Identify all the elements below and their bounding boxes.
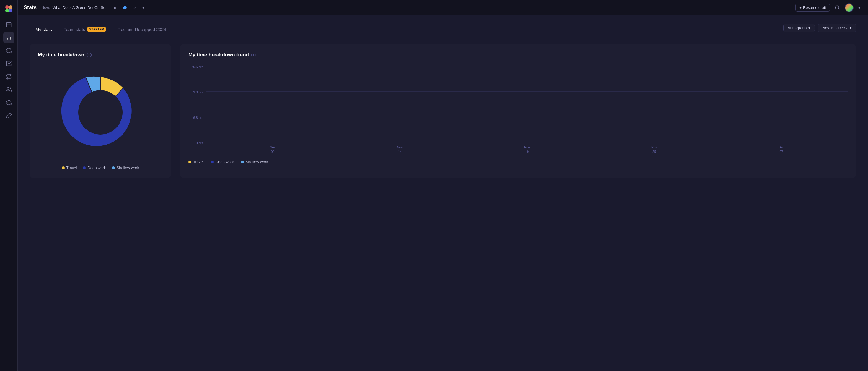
svg-point-0 xyxy=(5,5,9,9)
svg-point-2 xyxy=(5,9,9,12)
legend-travel: Travel xyxy=(62,166,77,170)
travel-legend-dot xyxy=(62,166,65,169)
calendar-icon[interactable] xyxy=(3,19,14,30)
x-label-text: 25 xyxy=(652,150,656,154)
links-icon[interactable] xyxy=(3,110,14,121)
tasks-icon[interactable] xyxy=(3,58,14,69)
x-label-0: Nov09 xyxy=(209,145,336,154)
donut-info-icon[interactable]: i xyxy=(87,53,92,57)
chart-icon[interactable] xyxy=(3,32,14,43)
sync-icon[interactable] xyxy=(3,45,14,56)
tab-team-stats[interactable]: Team stats STARTER xyxy=(58,24,112,35)
topbar-controls: + Resume draft ▾ xyxy=(795,3,862,12)
x-label-3: Nov25 xyxy=(590,145,718,154)
y-label-mid2: 6.8 hrs xyxy=(193,116,203,119)
svg-point-15 xyxy=(78,90,123,135)
open-button[interactable]: ↗ xyxy=(131,4,138,11)
auto-group-dropdown[interactable]: Auto-group ▾ xyxy=(783,24,815,32)
svg-point-11 xyxy=(7,87,9,90)
bar-info-icon[interactable]: i xyxy=(251,53,256,57)
donut-legend: Travel Deep work Shallow work xyxy=(62,166,139,170)
x-label-text: 07 xyxy=(779,150,783,154)
charts-row: My time breakdown i xyxy=(30,44,856,178)
x-label-text: Nov xyxy=(651,145,657,149)
bar-shallow-dot xyxy=(241,161,244,164)
bar-chart-legend: Travel Deep work Shallow work xyxy=(188,160,848,164)
habits-icon[interactable] xyxy=(3,71,14,82)
dropdown-chevron-icon: ▾ xyxy=(808,26,810,30)
x-label-text: Nov xyxy=(270,145,276,149)
x-label-1: Nov14 xyxy=(336,145,464,154)
starter-badge: STARTER xyxy=(87,27,106,32)
legend-shallow-work: Shallow work xyxy=(112,166,140,170)
expand-button[interactable]: ▾ xyxy=(141,4,146,11)
bar-travel-dot xyxy=(188,161,191,164)
bar-legend-shallow-work: Shallow work xyxy=(241,160,268,164)
now-label: Now: xyxy=(41,5,50,10)
donut-chart-svg xyxy=(53,65,148,160)
sidebar xyxy=(0,0,18,371)
x-label-text: 19 xyxy=(525,150,529,154)
legend-deep-work: Deep work xyxy=(83,166,106,170)
now-text: What Does A Green Dot On So... xyxy=(53,5,108,10)
tab-my-stats[interactable]: My stats xyxy=(30,24,58,35)
team-icon[interactable] xyxy=(3,84,14,95)
prev-button[interactable]: ⏮ xyxy=(111,4,119,11)
search-button[interactable] xyxy=(833,4,842,11)
content-area: My stats Team stats STARTER Reclaim Reca… xyxy=(18,16,868,371)
bar-deep-dot xyxy=(211,161,214,164)
tab-actions: Auto-group ▾ Nov 10 - Dec 7 ▾ xyxy=(783,24,856,35)
date-chevron-icon: ▾ xyxy=(850,26,852,30)
play-button[interactable] xyxy=(121,4,129,11)
account-expand-button[interactable]: ▾ xyxy=(857,4,862,11)
donut-container: Travel Deep work Shallow work xyxy=(38,65,163,170)
x-label-4: Dec07 xyxy=(718,145,845,154)
donut-chart-card: My time breakdown i xyxy=(30,44,171,178)
x-label-text: Dec xyxy=(779,145,784,149)
main-content: Stats Now: What Does A Green Dot On So..… xyxy=(18,0,868,371)
page-title: Stats xyxy=(24,4,37,11)
svg-point-1 xyxy=(9,5,12,9)
y-label-mid1: 13.3 hrs xyxy=(191,90,203,94)
shallow-work-legend-dot xyxy=(112,166,115,169)
svg-point-13 xyxy=(835,6,839,9)
bar-chart-title: My time breakdown trend i xyxy=(188,52,848,58)
bar-legend-travel: Travel xyxy=(188,160,204,164)
x-label-text: 09 xyxy=(271,150,274,154)
bar-chart-card: My time breakdown trend i 26.5 hrs 13.3 … xyxy=(180,44,856,178)
x-label-text: Nov xyxy=(524,145,530,149)
x-label-text: 14 xyxy=(398,150,402,154)
now-indicator: Now: What Does A Green Dot On So... ⏮ ↗ … xyxy=(41,4,790,11)
bar-legend-deep-work: Deep work xyxy=(211,160,234,164)
donut-chart-title: My time breakdown i xyxy=(38,52,163,58)
svg-line-14 xyxy=(838,8,839,9)
tab-reclaim-recapped[interactable]: Reclaim Recapped 2024 xyxy=(112,24,172,35)
date-range-dropdown[interactable]: Nov 10 - Dec 7 ▾ xyxy=(818,24,856,32)
plus-icon: + xyxy=(799,5,802,10)
svg-point-12 xyxy=(123,6,127,9)
x-label-text: Nov xyxy=(397,145,403,149)
avatar[interactable] xyxy=(845,3,854,12)
x-label-2: Nov19 xyxy=(464,145,591,154)
y-label-top: 26.5 hrs xyxy=(191,65,203,68)
deep-work-legend-dot xyxy=(83,166,86,169)
app-logo[interactable] xyxy=(4,4,14,14)
svg-point-3 xyxy=(9,9,12,12)
svg-rect-4 xyxy=(6,23,11,27)
resume-draft-button[interactable]: + Resume draft xyxy=(795,4,830,11)
y-label-bottom: 0 hrs xyxy=(196,141,203,145)
topbar: Stats Now: What Does A Green Dot On So..… xyxy=(18,0,868,16)
integrations-icon[interactable] xyxy=(3,97,14,108)
tabs-bar: My stats Team stats STARTER Reclaim Reca… xyxy=(30,24,856,35)
